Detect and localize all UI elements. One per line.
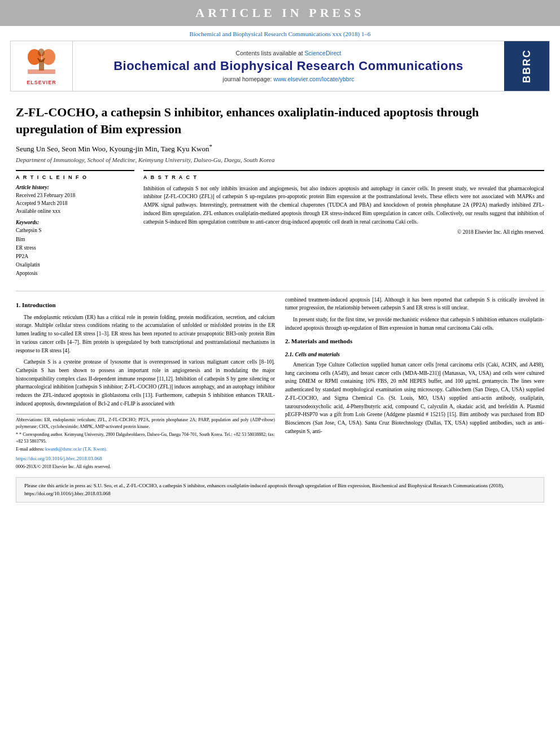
abstract-text: Inhibition of cathepsin S not only inhib… [143, 185, 544, 226]
section2-para1-text: American Type Culture Collection supplie… [285, 362, 544, 434]
footnote-area: Abbreviations: ER, endoplasmic reticulum… [16, 414, 275, 471]
keywords-group: Keywords: Cathepsin S Bim ER stress PP2A… [16, 220, 134, 278]
accepted-date: Accepted 9 March 2018 [16, 199, 134, 207]
journal-homepage: journal homepage: www.elsevier.com/locat… [223, 76, 355, 82]
svg-point-4 [38, 49, 45, 56]
svg-rect-5 [28, 69, 55, 74]
keywords-label: Keywords: [16, 220, 134, 225]
bbrc-logo-area: BBRC [504, 41, 549, 91]
citation-box: Please cite this article in press as: S.… [16, 477, 544, 503]
corresponding-text: * Corresponding author. Keimyung Univers… [16, 432, 275, 444]
section2-sub1: 2.1. Cells and materials [285, 350, 544, 359]
doi-link[interactable]: https://doi.org/10.1016/j.bbrc.2018.03.0… [16, 456, 102, 461]
keyword-3: ER stress [16, 244, 134, 252]
science-direct-link[interactable]: ScienceDirect [305, 50, 342, 56]
banner-text: ARTICLE IN PRESS [195, 6, 364, 20]
keyword-5: Oxaliplatin [16, 261, 134, 269]
journal-name-main: Biochemical and Biophysical Research Com… [113, 59, 463, 73]
abstract-label: A B S T R A C T [143, 174, 544, 180]
bbrc-logo-text: BBRC [521, 49, 533, 83]
elsevier-logo-area: ELSEVIER [11, 41, 73, 91]
abbreviations-footnote: Abbreviations: ER, endoplasmic reticulum… [16, 417, 275, 430]
received-date: Received 23 February 2018 [16, 191, 134, 199]
corresponding-star: * [209, 143, 212, 150]
article-info-label: A R T I C L E I N F O [16, 174, 134, 180]
copyright-line: © 2018 Elsevier Inc. All rights reserved… [143, 229, 544, 235]
authors-text: Seung Un Seo, Seon Min Woo, Kyoung-jin M… [16, 145, 209, 154]
issn-footnote: 0006-291X/© 2018 Elsevier Inc. All right… [16, 464, 275, 470]
email-label: E-mail address: [16, 447, 44, 452]
section1-heading: 1. Introduction [16, 300, 275, 310]
section1-right-para1-text: combined treatment-induced apoptosis [14… [285, 297, 544, 311]
abstract-col: A B S T R A C T Inhibition of cathepsin … [143, 170, 544, 283]
article-history-group: Article history: Received 23 February 20… [16, 185, 134, 216]
body-right-col: combined treatment-induced apoptosis [14… [285, 296, 544, 471]
article-info-abstract-section: A R T I C L E I N F O Article history: R… [16, 170, 544, 283]
article-title: Z-FL-COCHO, a cathepsin S inhibitor, enh… [16, 104, 544, 137]
email-footnote: E-mail address: kwantk@dsmc.or.kr (T.K. … [16, 446, 275, 453]
contents-line: Contents lists available at ScienceDirec… [236, 50, 342, 56]
section1-right-para2: In present study, for the first time, we… [285, 316, 544, 332]
keyword-1: Cathepsin S [16, 226, 134, 235]
body-two-col: 1. Introduction The endoplasmic reticulu… [16, 296, 544, 471]
affiliation: Department of Immunology, School of Medi… [16, 156, 544, 163]
email-address: kwantk@dsmc.or.kr (T.K. Kwon). [45, 447, 107, 452]
page: ARTICLE IN PRESS Biochemical and Biophys… [0, 0, 560, 747]
doi-footnote: https://doi.org/10.1016/j.bbrc.2018.03.0… [16, 455, 275, 463]
homepage-url[interactable]: www.elsevier.com/locate/ybbrc [273, 76, 354, 82]
section1-right-para1: combined treatment-induced apoptosis [14… [285, 296, 544, 312]
elsevier-label: ELSEVIER [27, 80, 56, 85]
journal-title-area: Contents lists available at ScienceDirec… [73, 41, 504, 91]
journal-link-bar: Biochemical and Biophysical Research Com… [0, 28, 560, 38]
history-label: Article history: [16, 185, 134, 190]
keyword-6: Apoptosis [16, 269, 134, 278]
corresponding-footnote: * * Corresponding author. Keimyung Unive… [16, 431, 275, 445]
elsevier-tree-icon [23, 47, 60, 78]
body-left-col: 1. Introduction The endoplasmic reticulu… [16, 296, 275, 471]
intro-para1-text: The endoplasmic reticulum (ER) has a cri… [16, 314, 275, 353]
keyword-2: Bim [16, 235, 134, 244]
intro-para2: Cathepsin S is a cysteine protease of ly… [16, 358, 275, 408]
section2-para1: American Type Culture Collection supplie… [285, 361, 544, 435]
intro-para2-text: Cathepsin S is a cysteine protease of ly… [16, 359, 275, 407]
keyword-4: PP2A [16, 252, 134, 261]
homepage-label: journal homepage: [223, 76, 272, 82]
available-online: Available online xxx [16, 207, 134, 215]
article-in-press-banner: ARTICLE IN PRESS [0, 0, 560, 26]
divider [16, 291, 544, 291]
section2-heading: 2. Materials and methods [285, 337, 544, 346]
intro-para1: The endoplasmic reticulum (ER) has a cri… [16, 313, 275, 355]
section1-right-para2-text: In present study, for the first time, we… [285, 317, 544, 331]
article-content: Z-FL-COCHO, a cathepsin S inhibitor, enh… [0, 94, 560, 503]
contents-label: Contents lists available at [236, 50, 303, 56]
journal-header: ELSEVIER Contents lists available at Sci… [10, 41, 550, 91]
keywords-list: Cathepsin S Bim ER stress PP2A Oxaliplat… [16, 226, 134, 278]
journal-link-text: Biochemical and Biophysical Research Com… [189, 30, 370, 37]
citation-text: Please cite this article in press as: S.… [24, 483, 504, 496]
article-info-col: A R T I C L E I N F O Article history: R… [16, 170, 134, 283]
authors: Seung Un Seo, Seon Min Woo, Kyoung-jin M… [16, 143, 544, 154]
